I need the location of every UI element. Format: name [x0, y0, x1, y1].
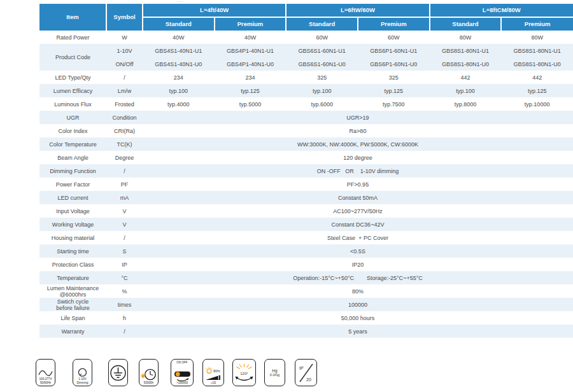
cell-value: GBS6P1-60N1-U0 [358, 57, 430, 71]
beam-angle-value: 120° [240, 372, 248, 375]
row-symbol: 1-10V [106, 44, 143, 57]
cell-value: typ.125 [358, 84, 430, 97]
instant-start-icon: 80% ≤1S [202, 359, 224, 386]
icon-caption: >100000 [172, 381, 192, 384]
row-symbol: / [106, 71, 143, 84]
certification-icon-strip: 100-277V 50/60Hz 1-10V Dimming [36, 359, 317, 386]
table-row: Dimming Function/ON -OFF OR 1-10V dimmin… [39, 164, 573, 178]
ip20-glyph: IP 20 [297, 361, 315, 384]
row-label: Rated Power [39, 31, 106, 44]
table-row: LED currentmAConstant 50mA [39, 191, 573, 204]
merged-value: 80% [143, 284, 573, 298]
row-symbol: V [106, 218, 143, 231]
row-symbol: / [106, 325, 143, 338]
icon-caption: Dimming [74, 381, 91, 384]
table-row: Working VoltageVConstant DC36~42V [39, 218, 573, 231]
cell-value: typ.7500 [358, 97, 430, 111]
table-row: Color TemperatureTC(K)WW:3000K, NW:4000K… [39, 137, 573, 151]
cell-value: 60W [358, 31, 430, 44]
merged-value: 50,000 hours [143, 311, 573, 325]
row-label: LED Type/Qty [39, 71, 106, 84]
row-label: Lumen Maintenance @6000hrs [39, 284, 106, 298]
table-row: LED Type/Qty/234234325325442442 [39, 71, 573, 84]
col-group-8ft: L=8ftCM/80W [430, 4, 573, 17]
table-row: Product Code1-10VGBS4S1-40N1-U1GBS4P1-40… [39, 44, 573, 57]
row-symbol: V [106, 204, 143, 218]
col-header-premium-6ft: Premium [358, 17, 430, 31]
cell-value: typ.6000 [286, 97, 358, 111]
row-symbol: Frosted [106, 97, 143, 111]
row-label: LED current [39, 191, 106, 204]
row-symbol: Degree [106, 151, 143, 164]
col-header-premium-8ft: Premium [501, 17, 573, 31]
beam-angle-glyph: 120° [234, 363, 255, 384]
row-label: Product Code [39, 44, 106, 71]
cell-value: GBS8S1-80N1-U1 [501, 44, 573, 57]
row-symbol: Lm/w [106, 84, 143, 97]
row-label: Protection Class [39, 258, 106, 271]
earth-ground-icon [108, 359, 128, 386]
cell-value: GBS4P1-40N1-U0 [215, 57, 286, 71]
row-symbol: CRI(Ra) [106, 124, 143, 137]
cell-value: typ.100 [286, 84, 358, 97]
table-row: Protection ClassIPIP20 [39, 258, 573, 271]
row-label: Temperature [39, 271, 106, 284]
table-row: Luminous FluxFrostedtyp.4000typ.5000typ.… [39, 97, 573, 111]
col-group-6ft: L=6ftW/60W [286, 4, 429, 17]
cell-value: GBS8S1-80N1-U0 [430, 57, 502, 71]
merged-value: 120 degree [143, 151, 573, 164]
table-row: Power FactorPFPF>0.95 [39, 178, 573, 191]
merged-value: WW:3000K, NW:4000K, PW:5000K, CW:6000K [143, 137, 573, 151]
merged-value: <0.5S [143, 244, 573, 258]
row-symbol: mA [106, 191, 143, 204]
dimming-icon: 1-10V Dimming [73, 359, 92, 386]
col-header-standard-8ft: Standard [430, 17, 502, 31]
cell-value: GBS8S1-80N1-U1 [430, 44, 502, 57]
col-header-symbol: Symbol [106, 4, 143, 31]
cell-value: typ.10000 [501, 97, 573, 111]
cell-value: typ.8000 [430, 97, 502, 111]
header-group-row: Item Symbol L=4ft/40W L=6ftW/60W L=8ftCM… [39, 4, 573, 17]
col-header-standard-6ft: Standard [286, 17, 358, 31]
ip-rating-icon: IP 20 [295, 359, 317, 386]
clock-bulb-glyph [140, 368, 157, 381]
table-row: Life Spanh50,000 hours [39, 311, 573, 325]
table-row: Color IndexCRI(Ra)Ra>80 [39, 124, 573, 137]
row-label: Working Voltage [39, 218, 106, 231]
cell-value: 442 [430, 71, 502, 84]
icon-caption: Hg [272, 368, 277, 373]
icon-caption: 0.0mg [270, 373, 279, 377]
col-header-item: Item [39, 4, 106, 31]
row-symbol: W [106, 31, 143, 44]
cell-value: typ.100 [430, 84, 502, 97]
lifespan-icon: 50000h [139, 359, 159, 386]
merged-value: UGR>19 [143, 111, 573, 124]
icon-caption: 50000h [140, 381, 157, 384]
cell-value: typ.5000 [215, 97, 286, 111]
cell-value: GBS4S1-40N1-U0 [143, 57, 215, 71]
merged-value: 5 years [143, 325, 573, 338]
col-header-standard-4ft: Standard [143, 17, 215, 31]
cell-value: 442 [501, 71, 573, 84]
row-symbol: / [106, 231, 143, 244]
row-symbol: S [106, 244, 143, 258]
icon-caption: 50/60Hz [37, 381, 54, 384]
switch-cycle-icon: ON OFF >100000 [171, 359, 194, 386]
table-row: Input VoltageVAC100~277V/50Hz [39, 204, 573, 218]
row-symbol: TC(K) [106, 137, 143, 151]
row-label: Color Index [39, 124, 106, 137]
merged-value: IP20 [143, 258, 573, 271]
ac-input-icon: 100-277V 50/60Hz [36, 359, 55, 386]
ip-label: IP [299, 366, 304, 370]
cell-value: 325 [286, 71, 358, 84]
row-label: Starting time [39, 244, 106, 258]
cell-value: 60W [286, 31, 358, 44]
cell-value: GBS4S1-40N1-U1 [143, 44, 215, 57]
table-row: Lumen Maintenance @6000hrs%80% [39, 284, 573, 298]
sine-wave-glyph [37, 368, 54, 377]
row-symbol: PF [106, 178, 143, 191]
table-row: Warranty/5 years [39, 325, 573, 338]
cell-value: 80W [430, 31, 502, 44]
row-symbol: % [106, 284, 143, 298]
cell-value: typ.100 [143, 84, 215, 97]
